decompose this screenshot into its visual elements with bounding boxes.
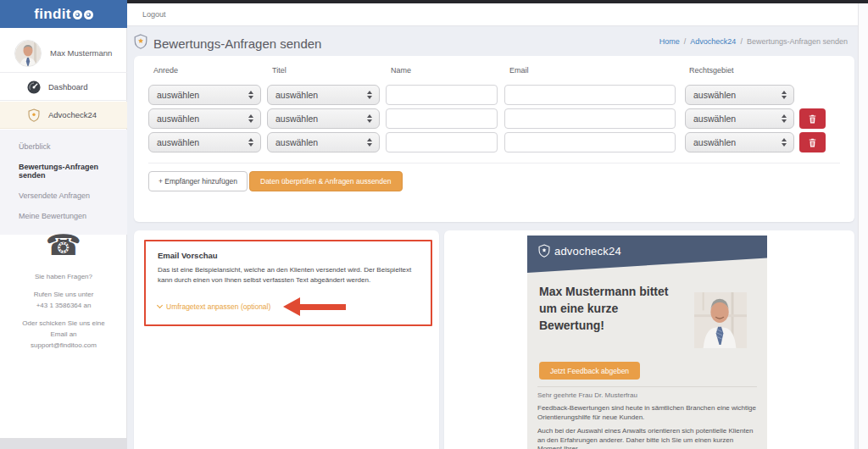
dashboard-gauge-icon — [26, 80, 42, 94]
select-arrows-icon — [248, 138, 253, 147]
shield-star-icon — [134, 34, 147, 53]
page-title: Bewertungs-Anfragen senden — [134, 34, 321, 53]
finditoo-logo: findit — [34, 6, 92, 23]
select-arrows-icon — [367, 91, 372, 99]
select-arrows-icon — [367, 114, 372, 123]
delete-row2-button[interactable] — [799, 108, 826, 129]
sidebar-item-advocheck24[interactable]: Advocheck24 — [0, 102, 127, 129]
breadcrumb: Home / Advocheck24 / Bewertungs-Anfragen… — [659, 37, 848, 46]
contact-line: Rufen Sie uns unter — [0, 289, 127, 300]
select-arrows-icon — [367, 138, 372, 147]
column-label-anrede: Anrede — [153, 66, 178, 75]
email-preview-note-card: Email Vorschau Das ist eine Beispielansi… — [134, 230, 439, 449]
titel-select-row1[interactable]: auswählen — [267, 85, 380, 105]
sidebar: findit Max Mustermann — [0, 0, 127, 449]
name-input-row2[interactable] — [386, 108, 498, 129]
contact-email[interactable]: support@finditoo.com — [0, 340, 127, 351]
select-arrows-icon — [782, 114, 787, 123]
column-label-rechtsgebiet: Rechtsgebiet — [689, 66, 734, 75]
logo-eye-icon — [73, 10, 82, 19]
chevron-down-icon — [157, 302, 163, 308]
shield-star-icon — [538, 244, 550, 258]
avatar — [14, 40, 42, 67]
email-preview: advocheck24 Max Mustermann bittet um ein… — [527, 236, 767, 449]
sidebar-item-ueberblick[interactable]: Überblick — [0, 136, 127, 157]
email-divider — [537, 386, 757, 387]
sidebar-submenu: Überblick Bewertungs-Anfragen senden Ver… — [0, 130, 127, 235]
anrede-select-row1[interactable]: auswählen — [148, 85, 261, 105]
scrollbar-track[interactable] — [858, 3, 868, 449]
sidebar-item-versendete-anfragen[interactable]: Versendete Anfragen — [0, 186, 127, 206]
contact-line: Oder schicken Sie uns eine — [0, 318, 127, 329]
email-paragraph: Auch bei der Auswahl eines Anwalts orien… — [537, 427, 760, 449]
breadcrumb-current: Bewertungs-Anfragen senden — [747, 37, 848, 46]
trash-icon — [809, 114, 816, 124]
rechtsgebiet-select-row1[interactable]: auswählen — [685, 85, 794, 105]
email-input-row1[interactable] — [504, 85, 676, 105]
column-label-email: Email — [509, 66, 529, 75]
topbar: Logout — [127, 3, 868, 26]
trash-icon — [809, 138, 816, 147]
contact-line: Sie haben Fragen? — [0, 271, 127, 282]
breadcrumb-separator: / — [740, 37, 743, 46]
email-preview-card: advocheck24 Max Mustermann bittet um ein… — [444, 230, 854, 449]
delete-row3-button[interactable] — [799, 132, 826, 152]
titel-select-row3[interactable]: auswählen — [267, 132, 380, 152]
name-input-row1[interactable] — [386, 85, 498, 105]
contact-info: Sie haben Fragen? Rufen Sie uns unter +4… — [0, 271, 127, 358]
column-label-name: Name — [391, 66, 411, 75]
breadcrumb-home[interactable]: Home — [659, 37, 680, 46]
rechtsgebiet-select-row3[interactable]: auswählen — [685, 132, 794, 152]
page-header: Bewertungs-Anfragen senden Home / Advoch… — [134, 32, 854, 54]
email-input-row2[interactable] — [504, 108, 676, 129]
annotation-arrow-icon — [283, 297, 346, 316]
logout-link[interactable]: Logout — [142, 10, 166, 19]
sidebar-item-label: Dashboard — [48, 82, 87, 91]
select-arrows-icon — [782, 138, 787, 147]
anrede-select-row2[interactable]: auswählen — [148, 108, 261, 129]
user-name: Max Mustermann — [50, 48, 112, 58]
sidebar-bottom-strip — [0, 438, 127, 449]
sidebar-item-dashboard[interactable]: Dashboard — [0, 74, 127, 101]
breadcrumb-separator: / — [684, 37, 687, 46]
select-arrows-icon — [782, 91, 787, 99]
email-heading: Max Mustermann bittet um eine kurze Bewe… — [539, 283, 675, 334]
column-label-titel: Titel — [272, 66, 287, 75]
select-arrows-icon — [248, 91, 253, 99]
titel-select-row2[interactable]: auswählen — [267, 108, 380, 129]
contact-line: Email an — [0, 329, 127, 340]
email-paragraph: Feedback-Bewertungen sind heute in sämtl… — [537, 404, 760, 422]
highlighted-note-box: Email Vorschau Das ist eine Beispielansi… — [144, 240, 432, 326]
submit-requests-button[interactable]: Daten überprüfen & Anfragen aussenden — [249, 171, 403, 191]
sidebar-item-meine-bewertungen[interactable]: Meine Bewertungen — [0, 206, 127, 226]
contact-line: +43 1 3586364 an — [0, 300, 127, 311]
lawyer-photo — [694, 291, 747, 349]
logo-bar: findit — [0, 0, 127, 28]
customize-survey-text-link[interactable]: Umfragetext anpassen (optional) — [158, 302, 270, 311]
name-input-row3[interactable] — [386, 132, 498, 152]
form-divider — [148, 163, 840, 164]
main-area: Logout Bewertungs-Anfragen senden Home /… — [127, 0, 868, 449]
note-description: Das ist eine Beispielansicht, welche an … — [158, 265, 424, 285]
add-recipient-button[interactable]: + Empfänger hinzufügen — [148, 171, 248, 191]
anrede-select-row3[interactable]: auswählen — [148, 132, 261, 152]
note-title: Email Vorschau — [158, 251, 218, 260]
shield-icon — [26, 108, 42, 122]
logo-eye-icon — [84, 10, 93, 19]
give-feedback-button[interactable]: Jetzt Feedback abgeben — [539, 362, 640, 380]
email-input-row3[interactable] — [504, 132, 676, 152]
phone-icon: ☎ — [0, 230, 127, 259]
email-greeting: Sehr geehrte Frau Dr. Musterfrau — [537, 391, 637, 399]
rechtsgebiet-select-row2[interactable]: auswählen — [685, 108, 794, 129]
sidebar-item-label: Advocheck24 — [48, 110, 97, 119]
select-arrows-icon — [248, 114, 253, 123]
advocheck24-logo: advocheck24 — [538, 244, 621, 258]
recipients-form-card: Anrede Titel Name Email Rechtsgebiet aus… — [134, 56, 854, 222]
app-frame: findit Max Mustermann — [0, 0, 868, 449]
breadcrumb-advocheck24[interactable]: Advocheck24 — [690, 37, 736, 46]
sidebar-item-bewertungs-anfragen-senden[interactable]: Bewertungs-Anfragen senden — [0, 157, 127, 186]
user-profile[interactable]: Max Mustermann — [0, 34, 127, 73]
